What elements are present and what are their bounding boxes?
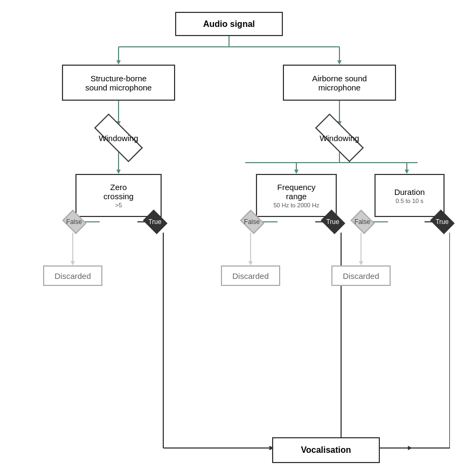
dur-discard-box: Discarded <box>331 265 391 286</box>
svg-marker-25 <box>405 170 409 174</box>
left-windowing-wrap: Windowing <box>70 124 167 152</box>
svg-marker-10 <box>116 170 121 174</box>
dur-true-diamond-wrap: True <box>427 210 457 234</box>
duration-sub: 0.5 to 10 s <box>395 198 423 204</box>
freq-false-diamond-wrap: False <box>237 210 267 234</box>
audio-signal-box: Audio signal <box>175 12 283 36</box>
vocalisation-label: Vocalisation <box>301 445 351 455</box>
zero-crossing-sub: >5 <box>115 202 122 208</box>
left-discard-box: Discarded <box>43 265 102 286</box>
svg-marker-29 <box>248 261 253 265</box>
left-true-diamond-wrap: True <box>140 210 170 234</box>
svg-marker-23 <box>294 170 299 174</box>
dur-discard-label: Discarded <box>343 271 379 281</box>
airborne-box: Airborne sound microphone <box>283 65 396 101</box>
dur-false-diamond <box>350 209 374 234</box>
left-true-diamond <box>143 209 167 234</box>
left-windowing-diamond <box>94 114 143 163</box>
airborne-label: Airborne sound microphone <box>312 74 367 92</box>
svg-marker-3 <box>116 60 121 65</box>
svg-marker-6 <box>337 60 342 65</box>
zero-crossing-label: Zero crossing <box>103 183 134 201</box>
svg-marker-39 <box>408 446 412 450</box>
right-windowing-diamond <box>315 114 364 163</box>
dur-false-diamond-wrap: False <box>348 210 377 234</box>
svg-marker-14 <box>71 261 75 265</box>
svg-marker-35 <box>359 261 363 265</box>
freq-range-sub: 50 Hz to 2000 Hz <box>274 202 320 208</box>
freq-false-diamond <box>240 209 264 234</box>
audio-signal-label: Audio signal <box>203 19 255 29</box>
freq-discard-box: Discarded <box>221 265 280 286</box>
duration-label: Duration <box>394 187 425 197</box>
freq-range-label: Frequency range <box>277 183 316 201</box>
dur-true-diamond <box>430 209 454 234</box>
structure-borne-label: Structure-borne sound microphone <box>85 74 151 92</box>
structure-borne-box: Structure-borne sound microphone <box>62 65 175 101</box>
left-false-diamond-wrap: False <box>59 210 89 234</box>
freq-true-diamond-wrap: True <box>318 210 348 234</box>
freq-true-diamond <box>321 209 345 234</box>
right-windowing-wrap: Windowing <box>291 124 388 152</box>
left-false-diamond <box>62 209 86 234</box>
flowchart: Audio signal Structure-borne sound micro… <box>8 6 450 470</box>
freq-discard-label: Discarded <box>232 271 269 281</box>
left-discard-label: Discarded <box>54 271 91 281</box>
vocalisation-box: Vocalisation <box>272 437 380 463</box>
